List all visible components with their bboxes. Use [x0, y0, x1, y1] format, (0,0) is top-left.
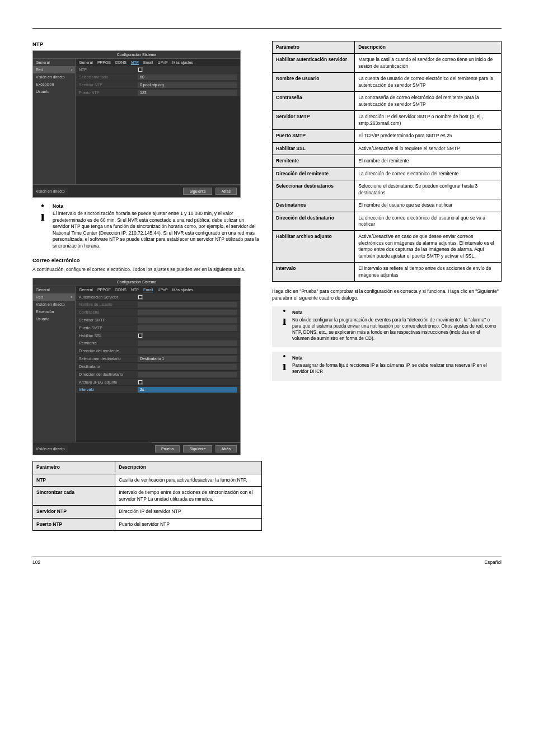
table-cell: Puerto SMTP [273, 130, 355, 142]
form-label: Puerto SMTP [79, 326, 138, 330]
table-cell: El intervalo se refiere al tiempo entre … [355, 263, 502, 282]
tab[interactable]: PPPOE [97, 288, 111, 292]
win-title: Configuración Sistema [33, 278, 240, 286]
sidebar-item-label: Red [36, 68, 43, 72]
back-button[interactable]: Atrás [216, 445, 237, 452]
table-cell: Dirección IP del servidor NTP [115, 506, 262, 518]
form-label: Servidor NTP [79, 83, 138, 87]
note-body: No olvide configurar la programación de … [292, 317, 497, 342]
sidebar-item[interactable]: General [33, 59, 75, 66]
note-head: Nota [292, 310, 497, 316]
sidebar-item[interactable]: General [33, 286, 75, 293]
table-cell: La dirección IP del servidor SMTP o nomb… [355, 111, 502, 130]
form-label: Autenticación Servidor [79, 295, 138, 299]
form-value[interactable]: 123 [138, 90, 237, 96]
table-cell: Seleccionar destinatarios [273, 180, 355, 199]
form-label: Dirección del destinatario [79, 372, 138, 376]
checkbox[interactable] [138, 333, 143, 338]
sidebar-item[interactable]: Red › [33, 66, 75, 73]
tab[interactable]: PPPOE [97, 60, 111, 64]
tab[interactable]: Más ajustes [172, 288, 193, 292]
live-view-link[interactable]: Visión en directo [33, 445, 68, 452]
table-cell: Habilitar SSL [273, 142, 355, 155]
form-value[interactable] [138, 325, 237, 331]
sidebar: General Red › Visión en directo Excepció… [33, 59, 75, 184]
chevron-right-icon: › [71, 295, 72, 299]
note-head: Nota [53, 203, 262, 209]
form-row: NTP [76, 66, 240, 73]
test-paragraph: Haga clic en "Prueba" para comprobar si … [272, 288, 502, 302]
sidebar-item[interactable]: Visión en directo [33, 73, 75, 81]
form-value[interactable] [138, 340, 237, 346]
tab[interactable]: DDNS [115, 60, 127, 64]
table-cell: Casilla de verificación para activar/des… [115, 474, 262, 486]
ntp-section-title: NTP [32, 41, 262, 47]
tab[interactable]: General [79, 288, 93, 292]
note-head: Nota [292, 355, 497, 361]
test-button[interactable]: Prueba [155, 445, 180, 452]
tab[interactable]: UPnP [157, 288, 167, 292]
info-icon: •ı [277, 310, 292, 342]
form-value[interactable]: Destinatario 1 [138, 356, 237, 362]
form-value[interactable]: 60 [138, 74, 237, 80]
form-label: Seleccionar destinatario [79, 357, 138, 361]
tab-bar: General PPPOE DDNS NTP Email UPnP Más aj… [76, 286, 240, 293]
tab[interactable]: Más ajustes [172, 60, 193, 64]
footer-lang: Español [484, 559, 502, 565]
form-value[interactable]: 0.pool.ntp.org [138, 82, 237, 88]
tab[interactable]: UPnP [157, 60, 167, 64]
live-view-link[interactable]: Visión en directo [33, 188, 68, 195]
form-area: Autenticación Servidor Nombre de usuario… [76, 293, 240, 397]
next-button[interactable]: Siguiente [183, 188, 212, 195]
next-button[interactable]: Siguiente [183, 445, 212, 452]
table-cell: La cuenta de usuario de correo electróni… [355, 73, 502, 92]
form-row: Puerto NTP 123 [76, 89, 240, 97]
checkbox[interactable] [138, 380, 143, 385]
form-value[interactable] [138, 348, 237, 354]
tab[interactable]: General [79, 60, 93, 64]
form-label: Dirección del remitente [79, 349, 138, 353]
page-footer: 102 Español [32, 557, 502, 565]
form-value[interactable] [138, 310, 237, 315]
form-value[interactable] [138, 364, 237, 370]
sidebar-item[interactable]: Red › [33, 293, 75, 301]
table-cell: Servidor SMTP [273, 111, 355, 130]
back-button[interactable]: Atrás [216, 188, 237, 195]
table-cell: Intervalo de tiempo entre dos acciones d… [115, 487, 262, 506]
form-value[interactable]: 2s [138, 387, 237, 393]
tab[interactable]: Email [143, 60, 153, 64]
ntp-param-table: Parámetro Descripción NTPCasilla de veri… [32, 461, 262, 531]
sidebar-item[interactable]: Excepción [33, 308, 75, 315]
form-label: NTP [79, 68, 138, 72]
email-intro: A continuación, configure el correo elec… [32, 267, 262, 273]
screenshot-email: Configuración Sistema General Red › Visi… [32, 278, 241, 455]
sidebar-item[interactable]: Excepción [33, 81, 75, 88]
table-header: Descripción [115, 461, 262, 474]
table-cell: Servidor NTP [33, 506, 115, 518]
form-label: Archivo JPEG adjunto [79, 380, 138, 384]
tab[interactable]: NTP [131, 288, 139, 292]
form-value[interactable] [138, 372, 237, 377]
table-cell: Marque la casilla cuando el servidor de … [355, 54, 502, 73]
info-note: •ı Nota No olvide configurar la programa… [272, 306, 502, 347]
table-cell: Active/Desactive si lo requiere el servi… [355, 142, 502, 155]
table-cell: Puerto del servidor NTP [115, 518, 262, 530]
tab[interactable]: NTP [131, 60, 139, 64]
sidebar-item-label: Red [36, 295, 43, 299]
win-title: Configuración Sistema [33, 51, 240, 59]
tab[interactable]: Email [143, 288, 153, 292]
checkbox[interactable] [138, 295, 143, 300]
sidebar-item[interactable]: Usuario [33, 315, 75, 323]
checkbox[interactable] [138, 67, 143, 72]
page-number: 102 [32, 559, 40, 565]
tab[interactable]: DDNS [115, 288, 127, 292]
form-label: Seleccionar todo [79, 75, 138, 79]
info-note: •ı Nota El intervalo de sincronización h… [32, 203, 262, 249]
sidebar-item[interactable]: Visión en directo [33, 301, 75, 308]
form-row: Seleccionar todo 60 [76, 73, 240, 81]
table-cell: Sincronizar cada [33, 487, 115, 506]
info-note: •ı Nota Para asignar de forma fija direc… [272, 352, 502, 380]
form-value[interactable] [138, 302, 237, 307]
form-value[interactable] [138, 318, 237, 323]
sidebar-item[interactable]: Usuario [33, 88, 75, 95]
